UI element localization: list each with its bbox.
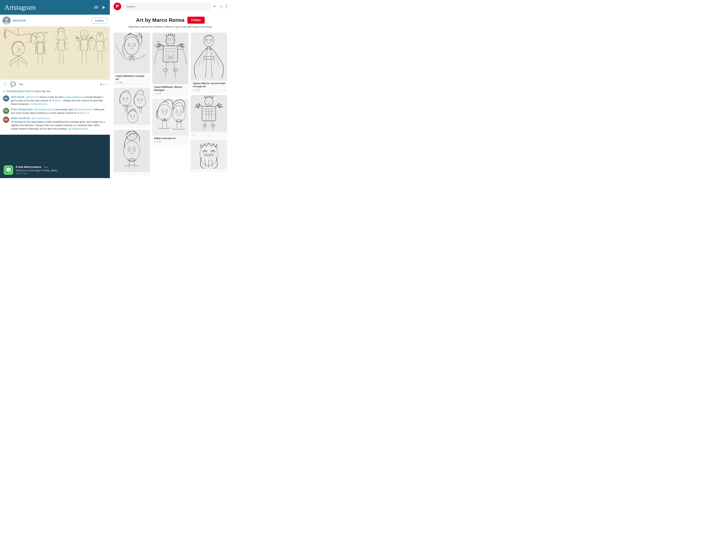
notification-header: Frank Mastromauro now: [16, 165, 106, 169]
board-title-text: Art by Marco Renna: [136, 17, 185, 23]
pin-card[interactable]: ▲: [191, 95, 227, 137]
likes-heart-icon: ♥: [3, 90, 4, 93]
message-icon[interactable]: ✉: [94, 5, 98, 10]
slide-divider: [7, 178, 103, 178]
pin-info: Killian Concept Art. ▲ 1.4k: [152, 135, 189, 144]
pin-saves: ▲ 3.4k: [116, 81, 148, 84]
header-icons: ✉ ➤: [94, 5, 106, 10]
mention-2[interactable]: @PSteigerwaldArt: [68, 127, 88, 130]
post-image: [0, 26, 110, 80]
post-user: alexkonat: [3, 16, 26, 25]
left-panel: Artstagram ✉ ➤ alexkonat Follow: [0, 0, 110, 178]
post-username[interactable]: alexkonat: [12, 19, 26, 22]
board-description-text: Sketches and art for Fathom Volume 6 you…: [128, 25, 192, 28]
hashtag-2[interactable]: #Fathom: [51, 99, 61, 102]
alert-icon[interactable]: !: [226, 4, 227, 9]
comment-handle-2: @PSteigerwaldArt: [34, 108, 53, 111]
comments-section: AK Alex Konat @AlexKonat Here's a look a…: [0, 94, 110, 135]
follow-board-button[interactable]: Follow: [187, 17, 205, 24]
right-panel: P ✏ ☺ ! Art by Marco Renna Follow Sketch…: [110, 0, 231, 178]
pin-saves-typhos1: ▲ 2.1k: [154, 92, 187, 95]
notification-content: Frank Mastromauro now Welcome to the Asp…: [16, 165, 106, 175]
pins-column-3: Typhos Warrior second draft concept art.…: [191, 33, 227, 175]
pin-card[interactable]: [114, 88, 150, 128]
pin-card[interactable]: Aspen Matthews concept art. ▲ 3.4k: [114, 33, 150, 85]
save-icon: ▲: [154, 141, 156, 143]
pin-card[interactable]: Killian Concept Art. ▲ 1.4k: [152, 99, 189, 145]
pin-saves-marine: ▲ 1.4k: [154, 140, 187, 143]
pin-info: [114, 124, 150, 127]
pin-info: Aspen Matthews concept art. ▲ 3.4k: [114, 73, 150, 85]
mention-1[interactable]: @ComicBookGrrl: [75, 108, 94, 111]
share-post-icon[interactable]: ↪: [19, 82, 23, 87]
comment-body-3: Blake Northcott @ComicBookGrrl I'm excit…: [11, 117, 107, 131]
pin-image: [152, 99, 189, 135]
pin-info: [114, 172, 150, 175]
comment-text-1: Here's a look at some: [40, 96, 64, 98]
pin-info: ▲: [191, 132, 227, 137]
dot-3: [106, 84, 107, 85]
hashtag-1[interactable]: #AspenMatthews: [64, 96, 83, 98]
comment-author-3: Blake Northcott: [11, 117, 30, 120]
pin-saves-count: 3.4k: [118, 81, 123, 84]
pin-saves-killian: ▲ 1.7k: [193, 89, 225, 91]
hashtag-3[interactable]: #AspenComics: [31, 103, 47, 105]
notification-app-icon: 💬: [4, 165, 13, 175]
comment-body-2: Peter Steigerwald @PSteigerwaldArt Looks…: [11, 108, 107, 115]
svg-rect-38: [114, 33, 150, 73]
follow-button[interactable]: Follow: [92, 18, 108, 23]
svg-point-48: [131, 56, 132, 58]
notif-message: Welcome to the Aspen Family, Blake.: [16, 169, 106, 172]
likes-suffix: others like this.: [34, 90, 51, 93]
liker-name[interactable]: ComicBookGrrl: [6, 90, 25, 93]
pin-image: [191, 95, 227, 132]
share-icon[interactable]: ➤: [102, 5, 106, 10]
comment-icon[interactable]: 💬: [10, 82, 16, 87]
comment-item: AK Alex Konat @AlexKonat Here's a look a…: [3, 95, 107, 106]
pencil-icon[interactable]: ✏: [213, 4, 217, 9]
pin-title: Aspen Matthews concept art.: [116, 75, 148, 81]
pin-card[interactable]: [114, 130, 150, 175]
commenter-avatar-2: PS: [3, 108, 9, 114]
header-action-icons: ✏ ☺ !: [213, 4, 227, 9]
notif-time: now: [44, 166, 48, 168]
pin-image: [114, 130, 150, 172]
pin-card[interactable]: [191, 140, 227, 172]
pinterest-header: P ✏ ☺ !: [110, 0, 231, 13]
comment-author-2: Peter Steigerwald: [11, 108, 33, 111]
pin-image: [191, 33, 227, 80]
app-header: Artstagram ✉ ➤: [0, 0, 110, 15]
search-bar: [123, 3, 211, 10]
pin-card[interactable]: Typhos Warrior second draft concept art.…: [191, 33, 227, 93]
svg-point-9: [19, 49, 20, 50]
search-input[interactable]: [123, 3, 211, 10]
emoji-icon[interactable]: ☺: [219, 4, 223, 9]
comment-item: BN Blake Northcott @ComicBookGrrl I'm ex…: [3, 117, 107, 131]
notif-sender: Frank Mastromauro: [16, 165, 41, 168]
notification-bar: 💬 Frank Mastromauro now Welcome to the A…: [0, 162, 110, 178]
comment-text-2c: ?: [87, 112, 89, 114]
pin-image: [114, 88, 150, 124]
save-icon: ▲: [116, 81, 118, 84]
pin-card[interactable]: Aspen Matthews: Marine Biologist ▲ 2.1k: [152, 33, 189, 96]
save-icon: ▲: [193, 134, 195, 136]
action-icons-left: ♡ 💬 ↪: [3, 82, 23, 87]
svg-rect-132: [191, 140, 227, 169]
avatar: [3, 16, 11, 25]
save-icon: ▲: [154, 92, 156, 95]
pin-title-killian: Typhos Warrior second draft concept art.: [193, 82, 225, 88]
pin-info: Aspen Matthews: Marine Biologist ▲ 2.1k: [152, 84, 189, 96]
svg-rect-4: [2, 26, 108, 80]
hashtag-4[interactable]: #Fathom: [77, 112, 86, 114]
board-title-row: Art by Marco Renna Follow: [114, 17, 227, 24]
post-likes: ♥ ComicBookGrrl and 73 others like this.: [0, 89, 110, 94]
likes-and: and: [26, 90, 30, 93]
pin-saves-typhos2: ▲: [193, 134, 225, 136]
likes-count: 73: [31, 90, 34, 93]
pin-image: [152, 33, 189, 84]
comment-text-2a: Looks great, Alex!: [54, 108, 74, 111]
pins-column-1: Aspen Matthews concept art. ▲ 3.4k: [114, 33, 150, 175]
comment-author-1: Alex Konat: [11, 95, 24, 98]
notif-reply[interactable]: slide to reply: [16, 172, 106, 175]
like-icon[interactable]: ♡: [3, 82, 7, 87]
